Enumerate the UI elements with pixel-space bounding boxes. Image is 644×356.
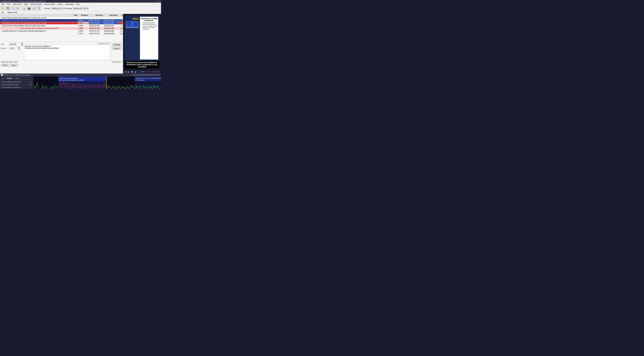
table-row[interactable]: ...between accuracy and confidence.<br /… (0, 19, 123, 22)
encoding-select[interactable]: Unicode (UTF-8) (72, 7, 89, 10)
close-button[interactable]: ✕ (159, 0, 160, 2)
main-area: Text Duration End time Start time # ...t… (0, 14, 161, 73)
auto-br-button[interactable]: Auto br (112, 47, 122, 50)
menu-video[interactable]: Video (23, 3, 29, 5)
subtitle-text-editor[interactable]: between accuracy and confidence. Sometim… (24, 44, 110, 60)
title-bar: Subtitle Edit 3.5.11 – F:\4.3Psych Clip … (0, 0, 161, 3)
menu-synchronization[interactable]: Synchronization (29, 3, 43, 5)
menu-bar: Edit Tools Spell check Video Synchroniza… (0, 3, 161, 6)
minimize-button[interactable]: – (154, 0, 155, 2)
subtitle-table: Text Duration End time Start time # ...t… (0, 14, 123, 42)
time-spinner[interactable]: ▲ ▼ (21, 42, 23, 46)
cell-text: ... and the witness<br />expressed extre… (0, 30, 78, 32)
cut-button[interactable]: ✂ (16, 6, 20, 10)
menu-tools[interactable]: Tools (6, 3, 12, 5)
save-button[interactable]: 💾 (6, 6, 10, 10)
col-num: # (118, 14, 123, 16)
open-button[interactable]: 📂 (0, 6, 5, 10)
bottom-main: ate Create Adjust t new subtitle at vide… (0, 76, 161, 89)
check-btn[interactable]: ✔ (32, 6, 36, 10)
uci-logo: UCI Open (126, 17, 139, 21)
spin-up[interactable]: ▲ (18, 46, 20, 48)
stop-button[interactable]: ⏹ (130, 70, 133, 73)
prev-button[interactable]: < Prev (0, 64, 9, 67)
table-row[interactable]: some lawsuits where a witness came to th… (0, 27, 123, 30)
table-row[interactable]: ...when you are in that situation. Now,<… (0, 24, 123, 27)
cell-starttime: 00:00:53.028 (104, 32, 118, 35)
select-subtitle-checkbox-label[interactable]: Select current subtitle while playing (1, 74, 30, 76)
subtitle-overlay: .between accuracy and confidence ,Someti… (124, 61, 160, 68)
cell-duration: 4.830 (78, 27, 89, 29)
tabs-bar: iew Source view (0, 11, 161, 14)
select-subtitle-checkbox[interactable] (1, 74, 3, 76)
table-row[interactable]: ... and the witness<br />expressed extre… (0, 30, 123, 32)
time-display: 00:00:30.451 (152, 71, 160, 72)
table-row[interactable]: 4.179 00:00:57.207 00:00:53.028 12 (0, 32, 123, 35)
tab-ate[interactable]: ate (0, 77, 6, 79)
cell-endtime: 00:00:39.390 (89, 24, 104, 27)
cell-num: 7 (118, 19, 123, 22)
progress-bar[interactable] (141, 71, 151, 72)
table-row[interactable]: ... somebody can be very, very wrong and… (0, 22, 123, 24)
key-hint-f9: F9 (30, 81, 32, 83)
action-new-subtitle[interactable]: t new subtitle at video pos F9 (0, 81, 32, 83)
help-btn[interactable]: ❓ (37, 6, 41, 10)
tab-view[interactable]: iew (0, 11, 6, 14)
rewind-button[interactable]: ⏮ (124, 70, 127, 73)
tab-create[interactable]: Create (6, 77, 13, 79)
spin-down[interactable]: ▼ (18, 48, 20, 50)
presenter-name: Mark Steyvers, Ph.D. (126, 26, 138, 28)
scenes-btn[interactable]: 🎬 (27, 6, 31, 10)
volume-button[interactable]: 🔊 (134, 70, 137, 73)
menu-help[interactable]: Help (75, 3, 80, 5)
play-button[interactable]: ▶ (128, 70, 130, 73)
menu-options[interactable]: Options (56, 3, 64, 5)
left-side-panel: ate Create Adjust t new subtitle at vide… (0, 76, 33, 89)
svg-text:between accuracy and confidenc: between accuracy and confidence. (59, 77, 78, 79)
cell-duration: 5.398 (78, 30, 89, 32)
cell-num: 10 (118, 27, 123, 29)
spin-down[interactable]: ▼ (21, 44, 23, 46)
editor-area: t time ▲ ▼ Duration ▲ ▼ (0, 42, 123, 73)
next-button[interactable]: Next > (10, 64, 18, 67)
maximize-button[interactable]: □ (156, 0, 158, 2)
format-select[interactable]: SubRip (.srt) (50, 7, 64, 10)
action-play-before[interactable]: ay from just before text F10 (0, 83, 32, 86)
tab-source-view[interactable]: Source view (6, 11, 19, 14)
table-row[interactable]: ...these tricky experimental situations<… (0, 16, 123, 19)
waveform-area: #8 4.229 #9 4.469 between accuracy and c… (33, 76, 161, 89)
unbreak-button[interactable]: Unbreak (112, 43, 122, 46)
find-button[interactable]: 🔍 (10, 6, 15, 10)
menu-spellcheck[interactable]: Spell check (12, 3, 22, 5)
time-input[interactable] (9, 43, 20, 45)
subtitle-line-1: .between accuracy and confidence (126, 61, 158, 63)
video-btn[interactable]: 📊 (22, 6, 26, 10)
cell-duration: 4.469 (78, 24, 89, 27)
menu-networking[interactable]: Networking (64, 3, 75, 5)
tab-adjust[interactable]: Adjust (13, 77, 21, 79)
cell-starttime: 00:00:34.921 (104, 24, 118, 27)
duration-spinner[interactable]: ▲ ▼ (18, 46, 20, 50)
cell-endtime: 00:00:30.450 (89, 19, 104, 22)
editor-top: t time ▲ ▼ Duration ▲ ▼ (0, 42, 123, 61)
encoding-label: Encoding (64, 7, 72, 9)
cell-endtime: 00:00:51.778 (89, 30, 104, 32)
file-info: 4.3Psych Clip 3.mp4 854x480 MP4 29.97 (132, 74, 160, 76)
action-label: ay from just before text (1, 84, 18, 85)
action-label: t new subtitle at video pos (1, 81, 21, 83)
open-text: Open (132, 17, 139, 20)
col-duration: Duration (78, 14, 89, 16)
action-label: o sub position and pause (1, 86, 20, 88)
select-subtitle-label: Select current subtitle while playing (4, 74, 30, 76)
cell-starttime: 00:00:46.380 (104, 30, 118, 32)
spin-up[interactable]: ▲ (21, 42, 23, 44)
subtitle-line-2: ,Sometimes when somebody's very confiden… (126, 63, 158, 68)
menu-edit[interactable]: Edit (0, 3, 6, 5)
fullscreen-button[interactable]: ⛶ (138, 70, 140, 73)
text-editor-wrap: Chars/sec: 17.26 between accuracy and co… (24, 42, 110, 60)
action-sub-position[interactable]: o sub position and pause (0, 86, 32, 89)
video-player: UCI Open 👤 Mark Steyvers, Ph.D. Implicat… (123, 14, 161, 73)
duration-input[interactable] (9, 47, 18, 49)
window-controls[interactable]: – □ ✕ (154, 0, 160, 2)
menu-auto-translate[interactable]: Auto-translate (44, 3, 56, 5)
